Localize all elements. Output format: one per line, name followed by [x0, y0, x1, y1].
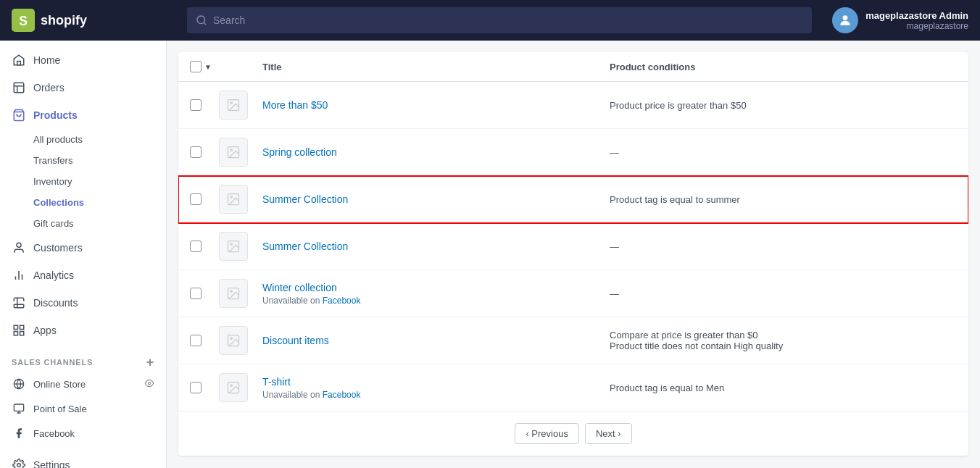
row1-checkbox[interactable] [190, 99, 202, 111]
products-icon [12, 108, 26, 122]
image-placeholder-icon [226, 98, 241, 112]
row2-checkbox-cell[interactable] [190, 146, 219, 158]
row7-facebook-link[interactable]: Facebook [323, 390, 361, 400]
svg-point-28 [231, 196, 233, 199]
row4-checkbox-cell[interactable] [190, 241, 219, 252]
row6-title-link[interactable]: Discount items [262, 335, 329, 346]
row5-facebook-link[interactable]: Facebook [323, 296, 361, 306]
add-sales-channel-button[interactable]: + [146, 356, 154, 369]
sidebar-item-customers[interactable]: Customers [0, 234, 166, 262]
row1-thumbnail [219, 91, 248, 120]
sidebar-item-analytics[interactable]: Analytics [0, 262, 166, 289]
sidebar-subitem-collections[interactable]: Collections [0, 192, 166, 213]
sidebar-item-orders[interactable]: Orders [0, 74, 166, 101]
row3-checkbox-cell[interactable] [190, 193, 219, 205]
svg-point-34 [231, 338, 233, 340]
row7-title-cell: T-shirt Unavailable on Facebook [262, 375, 610, 400]
table-row: T-shirt Unavailable on Facebook Product … [178, 364, 968, 411]
settings-icon [12, 458, 26, 468]
row4-title-link[interactable]: Summer Collection [262, 241, 348, 252]
image-placeholder-icon [226, 239, 241, 254]
row3-thumbnail [219, 185, 248, 214]
row6-condition-line2: Product title does not contain High qual… [610, 340, 957, 351]
sidebar-channel-online-store[interactable]: Online Store [0, 372, 166, 396]
svg-rect-21 [14, 404, 23, 411]
row2-title-cell: Spring collection [262, 146, 610, 159]
checkbox-header-cell[interactable]: ▼ [190, 61, 219, 72]
search-bar[interactable] [187, 7, 812, 33]
row5-checkbox[interactable] [190, 288, 202, 299]
avatar [832, 7, 858, 33]
select-all-checkbox[interactable] [190, 61, 202, 72]
table-row-highlighted: Summer Collection Product tag is equal t… [178, 176, 968, 223]
row6-checkbox[interactable] [190, 335, 202, 346]
svg-point-30 [231, 243, 233, 246]
sidebar-item-settings[interactable]: Settings [0, 451, 166, 468]
home-icon [12, 53, 26, 67]
image-placeholder-icon [226, 286, 241, 301]
row7-subtitle: Unavailable on Facebook [262, 390, 610, 400]
svg-point-20 [148, 382, 151, 385]
sidebar-item-discounts[interactable]: Discounts [0, 289, 166, 317]
shopify-logo-icon: S [12, 9, 35, 32]
customers-icon [12, 241, 26, 255]
row6-checkbox-cell[interactable] [190, 335, 219, 346]
analytics-icon [12, 268, 26, 283]
row3-thumb-cell [219, 185, 262, 214]
table-row: Spring collection — [178, 129, 968, 176]
collections-table-card: ▼ Title Product conditions More [178, 52, 968, 456]
sidebar-channel-point-of-sale[interactable]: Point of Sale [0, 396, 166, 421]
row1-checkbox-cell[interactable] [190, 99, 219, 111]
orders-label: Orders [33, 82, 65, 93]
svg-point-4 [843, 15, 848, 20]
prev-page-button[interactable]: ‹ Previous [515, 423, 579, 444]
sidebar-subitem-all-products[interactable]: All products [0, 129, 166, 150]
sidebar-subitem-transfers[interactable]: Transfers [0, 150, 166, 171]
row2-checkbox[interactable] [190, 146, 202, 158]
svg-text:S: S [19, 14, 28, 28]
row2-condition: — [610, 147, 957, 158]
row5-title-link[interactable]: Winter collection [262, 282, 337, 293]
sidebar-item-home[interactable]: Home [0, 46, 166, 74]
row4-checkbox[interactable] [190, 241, 202, 252]
svg-rect-15 [20, 325, 24, 329]
image-placeholder-icon [226, 192, 241, 206]
user-avatar-icon [838, 13, 852, 28]
point-of-sale-label: Point of Sale [33, 404, 154, 414]
inventory-label: Inventory [33, 176, 72, 187]
next-page-button[interactable]: Next › [585, 423, 632, 444]
sidebar-subitem-inventory[interactable]: Inventory [0, 171, 166, 192]
row7-thumb-cell [219, 373, 262, 402]
point-of-sale-icon [12, 401, 26, 416]
search-input[interactable] [213, 14, 803, 26]
online-store-label: Online Store [33, 379, 137, 390]
row3-title-link[interactable]: Summer Collection [262, 193, 348, 205]
customers-label: Customers [33, 242, 83, 254]
row3-condition: Product tag is equal to summer [610, 194, 957, 205]
row1-title-link[interactable]: More than $50 [262, 99, 328, 111]
row5-thumb-cell [219, 279, 262, 308]
row5-checkbox-cell[interactable] [190, 288, 219, 299]
user-name: mageplazastore Admin [865, 10, 968, 21]
row7-checkbox[interactable] [190, 382, 202, 393]
apps-icon [12, 323, 26, 338]
conditions-column-header: Product conditions [610, 62, 957, 72]
table-row: Summer Collection — [178, 223, 968, 270]
row5-condition: — [610, 288, 957, 299]
sidebar-item-products[interactable]: Products [0, 101, 166, 129]
svg-line-3 [204, 22, 206, 25]
row7-checkbox-cell[interactable] [190, 382, 219, 393]
layout: Home Orders Products All products Transf… [0, 41, 980, 468]
svg-point-32 [231, 291, 233, 293]
discounts-label: Discounts [33, 297, 78, 309]
sidebar-subitem-gift-cards[interactable]: Gift cards [0, 213, 166, 234]
row4-title-cell: Summer Collection [262, 240, 610, 253]
user-area: mageplazastore Admin mageplazastore [832, 7, 968, 33]
sidebar-channel-facebook[interactable]: Facebook [0, 421, 166, 446]
checkbox-dropdown-arrow[interactable]: ▼ [204, 63, 212, 71]
row2-title-link[interactable]: Spring collection [262, 146, 337, 158]
row3-checkbox[interactable] [190, 193, 202, 205]
row7-title-link[interactable]: T-shirt [262, 376, 291, 388]
sidebar-item-apps[interactable]: Apps [0, 317, 166, 344]
online-store-icon [12, 377, 26, 391]
